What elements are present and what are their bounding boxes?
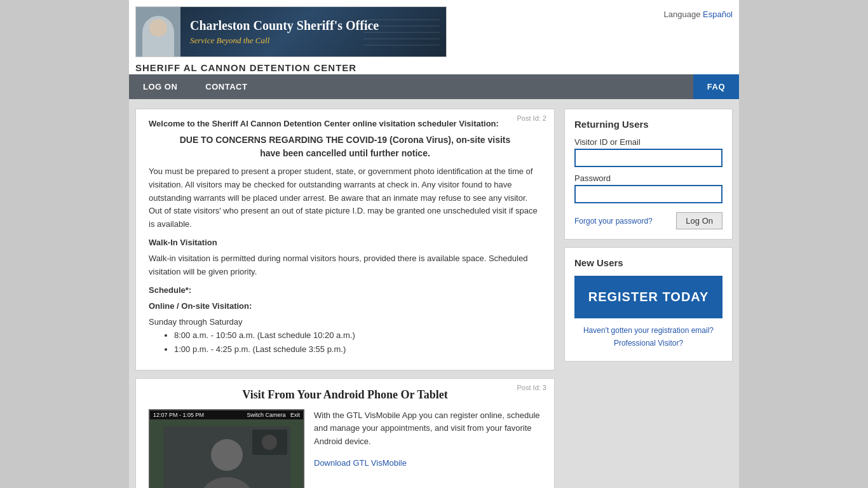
android-screenshot: 12:07 PM - 1:05 PM Switch Camera Exit [149,409,304,488]
new-users-title: New Users [574,257,722,268]
main-content: Post Id: 2 Welcome to the Sheriff Al Can… [129,99,739,488]
post-id-2: Post Id: 3 [517,384,546,391]
post-1-content: Welcome to the Sheriff Al Cannon Detenti… [149,119,541,357]
sidebar: Returning Users Visitor ID or Email Pass… [564,109,733,488]
schedule-time-1: 8:00 a.m. - 10:50 a.m. (Last schedule 10… [174,329,541,342]
schedule-heading: Schedule*: [149,285,541,295]
content-area: Post Id: 2 Welcome to the Sheriff Al Can… [135,109,555,488]
schedule-time-2: 1:00 p.m. - 4:25 p.m. (Last schedule 3:5… [174,342,541,356]
header-left: Charleston County Sheriff's Office Servi… [135,6,447,74]
password-input[interactable] [574,185,722,203]
schedule-list: 8:00 a.m. - 10:50 a.m. (Last schedule 10… [174,329,541,356]
navigation: LOG ON CONTACT FAQ [129,74,739,99]
new-users-box: New Users REGISTER TODAY Haven't gotten … [564,247,733,362]
svg-point-9 [262,435,277,450]
nav-logon[interactable]: LOG ON [129,74,191,99]
header: Charleston County Sheriff's Office Servi… [129,0,739,74]
returning-users-title: Returning Users [574,119,722,130]
registration-email-link[interactable]: Haven't gotten your registration email? [574,326,722,335]
android-screen [150,419,303,488]
body-text-1: You must be prepared to present a proper… [149,165,541,231]
site-banner: Charleston County Sheriff's Office Servi… [135,6,447,57]
post-2: Post Id: 3 Visit From Your Android Phone… [135,378,555,488]
post-2-text-area: With the GTL VisMobile App you can regis… [314,409,541,488]
post-2-body: With the GTL VisMobile App you can regis… [314,409,541,449]
post-1: Post Id: 2 Welcome to the Sheriff Al Can… [135,109,555,370]
register-today-button[interactable]: REGISTER TODAY [574,276,722,318]
login-button[interactable]: Log On [676,212,722,229]
espanol-link[interactable]: Español [703,10,733,19]
visitor-id-input[interactable] [574,149,722,167]
nav-contact[interactable]: CONTACT [191,74,261,99]
welcome-text: Welcome to the Sheriff Al Cannon Detenti… [149,119,541,128]
post-id-1: Post Id: 2 [517,114,546,122]
svg-point-6 [211,439,243,471]
login-row: Forgot your password? Log On [574,212,722,229]
forgot-password-link[interactable]: Forgot your password? [574,217,653,226]
language-label: Language [664,10,701,19]
language-selector: Language Español [664,6,733,19]
online-heading: Online / On-site Visitation: [149,301,541,311]
professional-visitor-link[interactable]: Professional Visitor? [574,339,722,348]
post-2-title: Visit From Your Android Phone Or Tablet [149,388,541,402]
walk-in-text: Walk-in visitation is permitted during n… [149,252,541,279]
walk-in-heading: Walk-In Visitation [149,238,541,247]
download-link[interactable]: Download GTL VisMobile [314,458,407,468]
returning-users-box: Returning Users Visitor ID or Email Pass… [564,109,733,240]
nav-spacer [261,74,693,99]
banner-person [136,6,180,57]
days-text: Sunday through Saturday [149,316,541,329]
android-statusbar: 12:07 PM - 1:05 PM Switch Camera Exit [150,410,303,419]
post-2-inner: 12:07 PM - 1:05 PM Switch Camera Exit [149,409,541,488]
password-label: Password [574,173,722,183]
visitor-id-label: Visitor ID or Email [574,137,722,147]
nav-faq[interactable]: FAQ [693,74,739,99]
covid-warning: DUE TO CONCERNS REGARDING THE COVID-19 (… [174,133,516,160]
site-title: SHERIFF AL CANNON DETENTION CENTER [135,61,447,74]
